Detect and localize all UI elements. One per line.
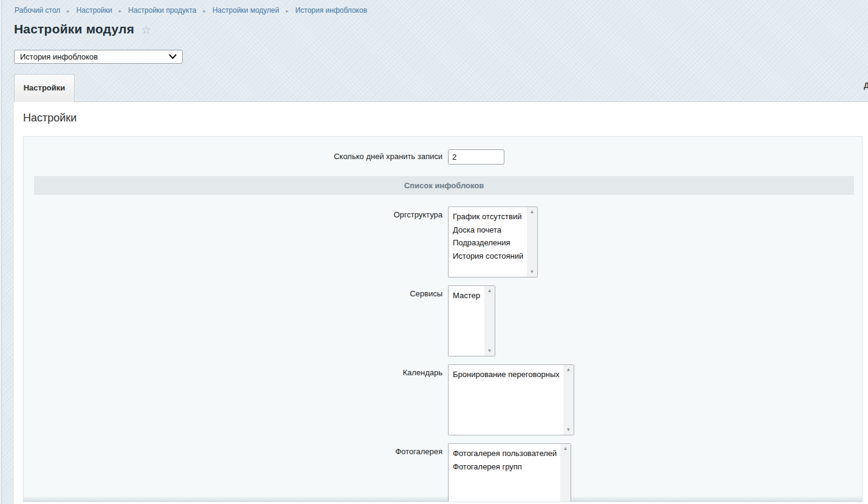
breadcrumb-link-desktop[interactable]: Рабочий стол xyxy=(15,6,60,15)
tab-settings[interactable]: Настройки xyxy=(14,74,75,102)
listbox-scrollbar[interactable]: ▲ ▼ xyxy=(527,207,537,277)
list-item[interactable]: Фотогалерея пользователей xyxy=(453,447,560,460)
photogallery-label: Фотогалерея xyxy=(24,443,448,456)
favorite-star-icon[interactable]: ☆ xyxy=(141,23,151,36)
breadcrumb-link-module-settings[interactable]: Настройки модулей xyxy=(212,6,279,15)
scroll-up-icon[interactable]: ▲ xyxy=(487,288,492,293)
orgstructure-label: Оргструктура xyxy=(24,206,448,219)
clipped-edge-text: Д xyxy=(864,81,868,90)
scroll-up-icon[interactable]: ▲ xyxy=(563,446,568,451)
list-item[interactable]: График отсутствий xyxy=(453,210,527,223)
settings-content: Настройки Сколько дней хранить записи Сп… xyxy=(14,101,868,504)
breadcrumb-current-page: История инфоблоков xyxy=(295,6,367,15)
listbox-scrollbar[interactable]: ▲ ▼ xyxy=(560,444,571,502)
services-listbox[interactable]: Мастер ▲ ▼ xyxy=(448,285,495,356)
breadcrumb: Рабочий стол ▸ Настройки ▸ Настройки про… xyxy=(15,6,367,15)
scroll-down-icon[interactable]: ▼ xyxy=(487,349,492,353)
group-header-infoblocks: Список инфоблоков xyxy=(34,176,854,195)
list-item[interactable]: Доска почета xyxy=(453,223,527,237)
days-input[interactable] xyxy=(448,149,504,165)
breadcrumb-separator-icon: ▸ xyxy=(286,7,289,14)
chevron-down-icon xyxy=(169,54,177,60)
section-heading: Настройки xyxy=(23,112,868,124)
breadcrumb-separator-icon: ▸ xyxy=(203,7,206,14)
list-item[interactable]: История состояний xyxy=(453,250,527,263)
form-row-services: Сервисы Мастер ▲ ▼ xyxy=(24,285,862,356)
page-title: Настройки модуля xyxy=(14,22,134,36)
form-row-orgstructure: Оргструктура График отсутствий Доска поч… xyxy=(24,206,862,278)
listbox-scrollbar[interactable]: ▲ ▼ xyxy=(484,286,495,356)
list-item[interactable]: Бронирование переговорных xyxy=(453,368,563,381)
list-item[interactable]: Подразделения xyxy=(453,236,527,250)
photogallery-listbox[interactable]: Фотогалерея пользователей Фотогалерея гр… xyxy=(448,443,571,502)
breadcrumb-separator-icon: ▸ xyxy=(67,7,70,14)
days-field-label: Сколько дней хранить записи xyxy=(24,149,448,161)
module-select-value: История инфоблоков xyxy=(20,52,169,61)
form-row-calendar: Календарь Бронирование переговорных ▲ ▼ xyxy=(24,364,862,435)
settings-panel: Сколько дней хранить записи Список инфоб… xyxy=(23,136,863,502)
form-row-photogallery: Фотогалерея Фотогалерея пользователей Фо… xyxy=(24,443,862,502)
scroll-up-icon[interactable]: ▲ xyxy=(530,209,535,214)
breadcrumb-separator-icon: ▸ xyxy=(119,7,122,14)
calendar-label: Календарь xyxy=(24,364,448,377)
scroll-down-icon[interactable]: ▼ xyxy=(530,270,535,274)
list-item[interactable]: Мастер xyxy=(453,289,484,302)
page-left-edge xyxy=(0,0,2,504)
breadcrumb-link-product-settings[interactable]: Настройки продукта xyxy=(128,6,196,15)
module-select-dropdown[interactable]: История инфоблоков xyxy=(14,50,183,64)
form-row-days: Сколько дней хранить записи xyxy=(24,149,862,165)
scroll-up-icon[interactable]: ▲ xyxy=(566,367,571,372)
calendar-listbox[interactable]: Бронирование переговорных ▲ ▼ xyxy=(448,364,574,435)
scroll-down-icon[interactable]: ▼ xyxy=(566,427,571,432)
list-item[interactable]: Фотогалерея групп xyxy=(453,460,560,474)
breadcrumb-link-settings[interactable]: Настройки xyxy=(76,6,112,15)
listbox-scrollbar[interactable]: ▲ ▼ xyxy=(563,365,574,435)
services-label: Сервисы xyxy=(24,285,448,298)
orgstructure-listbox[interactable]: График отсутствий Доска почета Подраздел… xyxy=(448,206,538,278)
